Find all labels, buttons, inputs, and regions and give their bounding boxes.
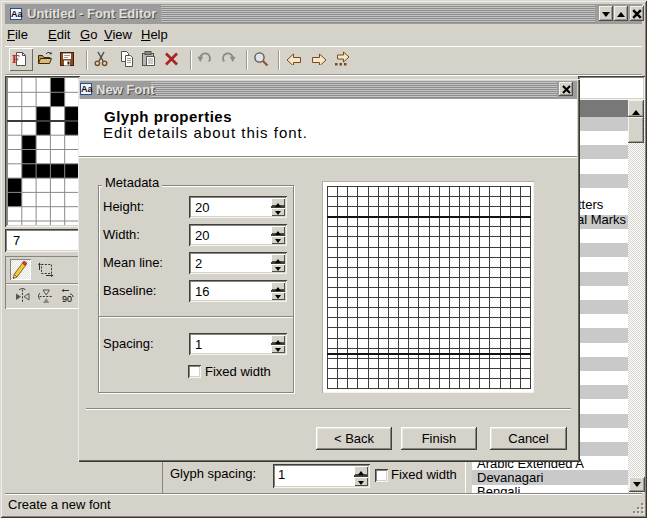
svg-text:90: 90: [62, 294, 72, 304]
svg-text:F: F: [12, 51, 20, 66]
